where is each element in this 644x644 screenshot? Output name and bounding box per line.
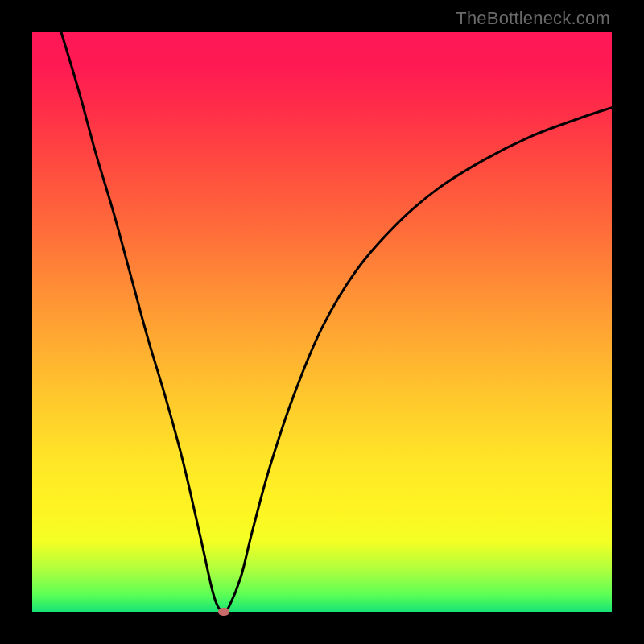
- chart-frame: TheBottleneck.com: [0, 0, 644, 644]
- watermark-text: TheBottleneck.com: [456, 8, 610, 29]
- curve-path: [61, 32, 612, 612]
- bottleneck-curve: [32, 32, 612, 612]
- minimum-marker: [218, 608, 229, 616]
- plot-area: [32, 32, 612, 612]
